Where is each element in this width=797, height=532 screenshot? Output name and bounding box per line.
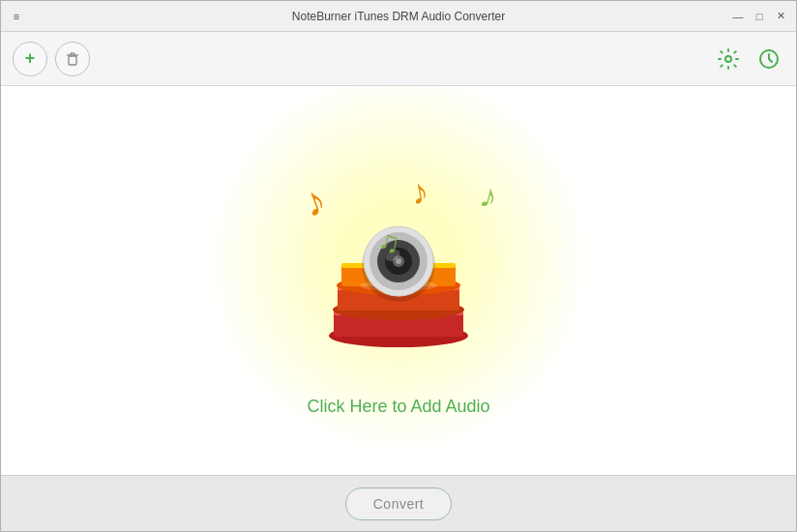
svg-text:♪: ♪: [476, 176, 501, 216]
window-controls: — □ ✕: [730, 9, 788, 24]
toolbar-right: [713, 44, 784, 74]
title-bar: ≡ NoteBurner iTunes DRM Audio Converter …: [1, 1, 796, 32]
hamburger-icon[interactable]: ≡: [9, 9, 24, 24]
app-title: NoteBurner iTunes DRM Audio Converter: [67, 10, 730, 23]
maximize-button[interactable]: □: [752, 9, 767, 24]
history-button[interactable]: [753, 44, 784, 74]
trash-icon: [64, 50, 81, 68]
settings-button[interactable]: [713, 44, 744, 74]
minimize-button[interactable]: —: [730, 9, 746, 24]
toolbar: +: [1, 32, 796, 86]
delete-button[interactable]: [55, 42, 90, 76]
svg-text:♪: ♪: [297, 176, 332, 225]
clock-icon: [757, 47, 781, 71]
close-button[interactable]: ✕: [773, 9, 788, 24]
add-button[interactable]: +: [13, 42, 47, 76]
svg-point-5: [725, 56, 731, 62]
svg-rect-0: [69, 56, 76, 65]
svg-text:♪: ♪: [407, 170, 431, 213]
add-audio-label[interactable]: Click Here to Add Audio: [307, 397, 489, 417]
main-content[interactable]: ♪ ♫ ♪ ♪: [1, 86, 796, 475]
app-window: ≡ NoteBurner iTunes DRM Audio Converter …: [0, 0, 797, 532]
music-notes: ♪ ♫ ♪ ♪: [253, 140, 544, 382]
gear-icon: [717, 47, 740, 71]
svg-text:♫: ♫: [376, 223, 403, 258]
bottom-bar: Convert: [1, 475, 796, 531]
convert-button[interactable]: Convert: [345, 488, 452, 520]
